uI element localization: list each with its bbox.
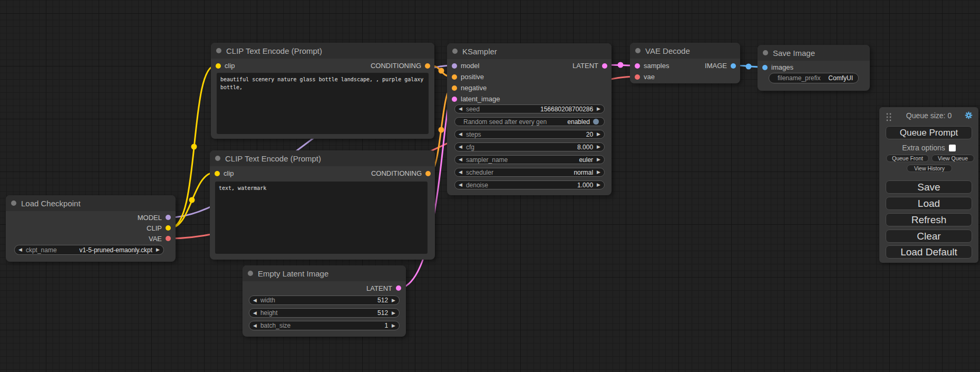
node-titlebar[interactable]: KSampler (447, 43, 612, 59)
clip-output-port[interactable] (166, 225, 171, 231)
node-titlebar[interactable]: CLIP Text Encode (Prompt) (211, 43, 434, 59)
stepper-right-icon[interactable]: ▶ (593, 107, 604, 111)
toggle-knob-icon[interactable] (593, 119, 599, 125)
link-midpoint-dot[interactable] (189, 197, 195, 203)
model-input-label: model (461, 62, 479, 70)
save-button[interactable]: Save (886, 180, 972, 194)
comfyui-canvas[interactable]: { "icons": { "arrow_left": "◀", "arrow_r… (0, 0, 980, 372)
node-title-label: Save Image (773, 49, 815, 58)
model-input-port[interactable] (452, 63, 457, 69)
cfg-widget[interactable]: ◀ cfg 8.000 ▶ (454, 142, 605, 151)
stepper-right-icon[interactable]: ▶ (593, 170, 604, 175)
stepper-right-icon[interactable]: ▶ (388, 323, 399, 328)
collapse-dot-icon[interactable] (11, 201, 16, 206)
collapse-dot-icon[interactable] (216, 48, 221, 53)
node-vae-decode[interactable]: VAE Decode samples IMAGE vae (630, 43, 740, 83)
collapse-dot-icon[interactable] (763, 50, 768, 55)
stepper-right-icon[interactable]: ▶ (593, 183, 604, 187)
view-history-button[interactable]: View History (907, 165, 952, 172)
width-widget[interactable]: ◀ width 512 ▶ (249, 295, 400, 305)
ckpt-name-widget[interactable]: ◀ ckpt_name v1-5-pruned-emaonly.ckpt ▶ (14, 245, 164, 255)
collapse-dot-icon[interactable] (635, 48, 641, 53)
widget-value: 8.000 (577, 144, 593, 151)
steps-widget[interactable]: ◀ steps 20 ▶ (454, 130, 605, 139)
samples-input-label: samples (644, 62, 669, 70)
node-empty-latent-image[interactable]: Empty Latent Image LATENT ◀ width 512 ▶ … (242, 265, 406, 337)
stepper-left-icon[interactable]: ◀ (455, 145, 466, 149)
widget-value: 156680208700286 (540, 106, 593, 113)
stepper-left-icon[interactable]: ◀ (455, 132, 466, 137)
image-output-port[interactable] (731, 63, 736, 69)
collapse-dot-icon[interactable] (452, 49, 458, 54)
conditioning-output-port[interactable] (425, 171, 431, 176)
node-titlebar[interactable]: VAE Decode (630, 43, 740, 59)
denoise-widget[interactable]: ◀ denoise 1.000 ▶ (454, 180, 605, 189)
queue-front-button[interactable]: Queue Front (886, 155, 929, 162)
stepper-left-icon[interactable]: ◀ (455, 107, 466, 111)
model-output-port[interactable] (166, 215, 171, 220)
stepper-right-icon[interactable]: ▶ (152, 247, 163, 252)
link-midpoint-dot[interactable] (618, 62, 624, 68)
vae-output-port[interactable] (166, 236, 171, 241)
stepper-left-icon[interactable]: ◀ (249, 298, 260, 303)
node-save-image[interactable]: Save Image images filename_prefix ComfyU… (758, 45, 870, 91)
latent-output-port[interactable] (396, 285, 401, 291)
link-midpoint-dot[interactable] (746, 64, 752, 70)
samples-input-port[interactable] (635, 63, 640, 69)
vae-input-port[interactable] (635, 74, 640, 80)
stepper-right-icon[interactable]: ▶ (593, 157, 604, 162)
node-load-checkpoint[interactable]: Load Checkpoint MODEL CLIP VAE ◀ ckpt_na… (6, 195, 176, 262)
load-button[interactable]: Load (886, 197, 972, 210)
clear-button[interactable]: Clear (886, 230, 972, 243)
link-midpoint-dot[interactable] (191, 144, 197, 150)
link-midpoint-dot[interactable] (439, 68, 444, 74)
stepper-left-icon[interactable]: ◀ (455, 170, 466, 175)
node-titlebar[interactable]: Save Image (758, 45, 870, 61)
negative-prompt-textarea[interactable]: text, watermark (215, 182, 428, 254)
stepper-left-icon[interactable]: ◀ (249, 323, 260, 328)
clip-input-port[interactable] (215, 171, 220, 176)
stepper-right-icon[interactable]: ▶ (593, 132, 604, 137)
widget-value: v1-5-pruned-emaonly.ckpt (80, 246, 153, 254)
positive-prompt-textarea[interactable]: beautiful scenery nature glass bottle la… (217, 73, 429, 134)
load-default-button[interactable]: Load Default (886, 245, 972, 259)
widget-label: width (260, 297, 275, 304)
stepper-right-icon[interactable]: ▶ (593, 145, 604, 149)
images-input-port[interactable] (762, 65, 768, 70)
node-clip-text-encode-positive[interactable]: CLIP Text Encode (Prompt) clip CONDITION… (211, 43, 434, 139)
stepper-right-icon[interactable]: ▶ (388, 298, 399, 303)
stepper-right-icon[interactable]: ▶ (388, 311, 399, 316)
stepper-left-icon[interactable]: ◀ (15, 247, 26, 252)
stepper-left-icon[interactable]: ◀ (455, 157, 466, 162)
stepper-left-icon[interactable]: ◀ (249, 311, 260, 316)
extra-options-checkbox[interactable] (949, 145, 956, 151)
clip-input-port[interactable] (216, 63, 221, 69)
seed-widget[interactable]: ◀ seed 156680208700286 ▶ (454, 104, 605, 113)
latent-image-input-port[interactable] (452, 97, 457, 102)
widget-label: sampler_name (466, 156, 508, 164)
scheduler-widget[interactable]: ◀ scheduler normal ▶ (454, 168, 605, 177)
latent-output-port[interactable] (602, 63, 607, 69)
node-titlebar[interactable]: Empty Latent Image (242, 265, 406, 281)
positive-input-port[interactable] (452, 74, 457, 80)
conditioning-output-port[interactable] (425, 63, 430, 69)
height-widget[interactable]: ◀ height 512 ▶ (249, 308, 400, 318)
collapse-dot-icon[interactable] (248, 271, 253, 276)
batch-size-widget[interactable]: ◀ batch_size 1 ▶ (249, 321, 400, 330)
filename-prefix-widget[interactable]: filename_prefix ComfyUI (769, 73, 859, 83)
node-titlebar[interactable]: CLIP Text Encode (Prompt) (210, 150, 435, 166)
gear-icon[interactable] (965, 111, 973, 119)
view-queue-button[interactable]: View Queue (932, 155, 974, 162)
stepper-left-icon[interactable]: ◀ (455, 183, 466, 187)
link-midpoint-dot[interactable] (439, 127, 444, 133)
node-titlebar[interactable]: Load Checkpoint (6, 195, 176, 211)
refresh-button[interactable]: Refresh (886, 213, 972, 226)
queue-prompt-button[interactable]: Queue Prompt (886, 126, 972, 139)
node-clip-text-encode-negative[interactable]: CLIP Text Encode (Prompt) clip CONDITION… (210, 150, 435, 260)
sampler-name-widget[interactable]: ◀ sampler_name euler ▶ (454, 155, 605, 164)
random-seed-toggle-widget[interactable]: Random seed after every gen enabled (454, 117, 605, 126)
node-title-label: CLIP Text Encode (Prompt) (225, 154, 321, 163)
negative-input-port[interactable] (452, 85, 457, 91)
node-ksampler[interactable]: KSampler model LATENT positive negative … (447, 43, 612, 195)
collapse-dot-icon[interactable] (215, 156, 220, 161)
